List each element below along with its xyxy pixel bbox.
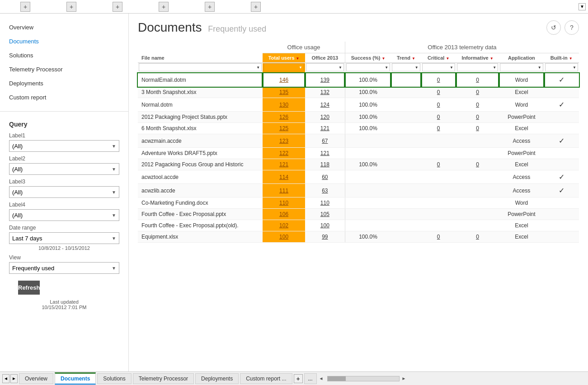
cell-office2013[interactable]: 120	[305, 112, 345, 123]
label2-select[interactable]: (All) ▼	[9, 163, 119, 175]
cell-office2013[interactable]: 118	[305, 159, 345, 170]
cell-total-users[interactable]: 126	[263, 112, 305, 123]
cell-total-users[interactable]: 106	[263, 209, 305, 220]
refresh-icon-button[interactable]: ↺	[546, 20, 561, 35]
cell-total-users[interactable]: 125	[263, 123, 305, 134]
bottom-tab-telemetry[interactable]: Telemetry Processor	[133, 373, 194, 384]
tab-scroll-left[interactable]: ◄	[2, 374, 9, 383]
bottom-tab-add[interactable]: +	[294, 374, 303, 383]
cell-office2013[interactable]: 99	[305, 231, 345, 243]
bottom-tab-deployments[interactable]: Deployments	[195, 373, 239, 384]
cell-total-users[interactable]: 121	[263, 159, 305, 170]
sidebar-item-solutions[interactable]: Solutions	[0, 48, 128, 62]
cell-office2013[interactable]: 121	[305, 148, 345, 159]
cell-total-users[interactable]: 102	[263, 220, 305, 231]
label4-select[interactable]: (All) ▼	[9, 209, 119, 221]
top-tab-add-2[interactable]: +	[66, 2, 76, 12]
top-tab-add-1[interactable]: +	[20, 2, 30, 12]
cell-office2013[interactable]: 110	[305, 197, 345, 209]
cell-critical[interactable]: 0	[421, 98, 456, 112]
label1-label: Label1	[9, 132, 119, 139]
bottom-tab-custom-report[interactable]: Custom report ...	[240, 373, 292, 384]
cell-office2013[interactable]: 121	[305, 123, 345, 134]
filter-office2013[interactable]: ▼	[306, 63, 344, 71]
filter-total-users[interactable]: ▼	[263, 63, 304, 71]
cell-filename[interactable]: acwzmain.accde	[138, 134, 263, 148]
sidebar-item-telemetry[interactable]: Telemetry Processor	[0, 62, 128, 76]
cell-filename[interactable]: Normal.dotm	[138, 98, 263, 112]
cell-filename[interactable]: Fourth Coffee - Exec Proposal.pptx(old).	[138, 220, 263, 231]
cell-total-users[interactable]: 146	[263, 73, 305, 87]
cell-critical[interactable]: 0	[421, 123, 456, 134]
cell-filename[interactable]: 6 Month Snapshot.xlsx	[138, 123, 263, 134]
cell-critical[interactable]: 0	[421, 159, 456, 170]
cell-critical[interactable]: 0	[421, 87, 456, 98]
cell-filename[interactable]: acwzlib.accde	[138, 184, 263, 197]
date-range-select[interactable]: Last 7 days ▼	[9, 232, 119, 244]
top-tab-add-3[interactable]: +	[113, 2, 122, 12]
filter-application[interactable]: ▼	[500, 63, 543, 71]
cell-total-users[interactable]: 114	[263, 170, 305, 184]
cell-total-users[interactable]: 110	[263, 197, 305, 209]
filter-filename[interactable]: ▼	[139, 63, 262, 71]
view-select[interactable]: Frequently used ▼	[9, 262, 119, 274]
cell-office2013[interactable]: 139	[305, 73, 345, 87]
cell-filename[interactable]: 3 Month Snapshot.xlsx	[138, 87, 263, 98]
bottom-tab-more[interactable]: ...	[304, 373, 317, 384]
bottom-tab-solutions[interactable]: Solutions	[97, 373, 131, 384]
cell-informative[interactable]: 0	[456, 112, 499, 123]
cell-total-users[interactable]: 130	[263, 98, 305, 112]
sidebar-item-overview[interactable]: Overview	[0, 20, 128, 34]
sidebar-item-deployments[interactable]: Deployments	[0, 76, 128, 90]
cell-office2013[interactable]: 60	[305, 170, 345, 184]
top-tab-add-4[interactable]: +	[159, 2, 169, 12]
label3-select[interactable]: (All) ▼	[9, 186, 119, 198]
label1-select[interactable]: (All) ▼	[9, 140, 119, 152]
cell-office2013[interactable]: 63	[305, 184, 345, 197]
scrollbar-thumb[interactable]	[328, 376, 346, 381]
cell-filename[interactable]: 2012 Packaging Project Status.pptx	[138, 112, 263, 123]
tab-scroll-right[interactable]: ►	[10, 374, 18, 383]
cell-informative[interactable]: 0	[456, 231, 499, 243]
scrollbar-track[interactable]	[327, 376, 400, 381]
top-scroll-right[interactable]: ▼	[579, 3, 586, 10]
cell-office2013[interactable]: 124	[305, 98, 345, 112]
cell-total-users[interactable]: 135	[263, 87, 305, 98]
cell-total-users[interactable]: 122	[263, 148, 305, 159]
filter-trend[interactable]: ▼	[392, 63, 420, 71]
help-icon-button[interactable]: ?	[564, 20, 579, 35]
cell-informative[interactable]: 0	[456, 87, 499, 98]
cell-filename[interactable]: Adventure Works DRAFT5.pptx	[138, 148, 263, 159]
sidebar-item-custom-report[interactable]: Custom report	[0, 90, 128, 104]
cell-critical[interactable]: 0	[421, 73, 456, 87]
cell-critical[interactable]: 0	[421, 231, 456, 243]
cell-office2013[interactable]: 132	[305, 87, 345, 98]
top-tab-add-6[interactable]: +	[251, 2, 261, 12]
filter-critical[interactable]: ▼	[422, 63, 455, 71]
filter-success[interactable]: ▼	[346, 63, 390, 71]
bottom-tab-documents[interactable]: Documents	[55, 372, 96, 385]
refresh-button[interactable]: Refresh	[18, 281, 40, 295]
cell-total-users[interactable]: 111	[263, 184, 305, 197]
cell-filename[interactable]: Equipment.xlsx	[138, 231, 263, 243]
filter-informative[interactable]: ▼	[457, 63, 498, 71]
cell-filename[interactable]: NormalEmail.dotm	[138, 73, 263, 87]
cell-office2013[interactable]: 67	[305, 134, 345, 148]
cell-informative[interactable]: 0	[456, 159, 499, 170]
cell-filename[interactable]: acwztool.accde	[138, 170, 263, 184]
cell-critical[interactable]: 0	[421, 112, 456, 123]
bottom-tab-overview[interactable]: Overview	[19, 373, 53, 384]
cell-office2013[interactable]: 105	[305, 209, 345, 220]
cell-informative[interactable]: 0	[456, 98, 499, 112]
cell-total-users[interactable]: 123	[263, 134, 305, 148]
cell-informative[interactable]: 0	[456, 73, 499, 87]
filter-builtin[interactable]: ▼	[545, 63, 578, 71]
cell-total-users[interactable]: 100	[263, 231, 305, 243]
sidebar-item-documents[interactable]: Documents	[0, 34, 128, 48]
cell-filename[interactable]: Co-Marketing Funding.docx	[138, 197, 263, 209]
top-tab-add-5[interactable]: +	[205, 2, 215, 12]
cell-informative[interactable]: 0	[456, 123, 499, 134]
cell-filename[interactable]: 2012 Pagacking Focus Group and Historic	[138, 159, 263, 170]
cell-filename[interactable]: Fourth Coffee - Exec Proposal.pptx	[138, 209, 263, 220]
cell-office2013[interactable]: 100	[305, 220, 345, 231]
